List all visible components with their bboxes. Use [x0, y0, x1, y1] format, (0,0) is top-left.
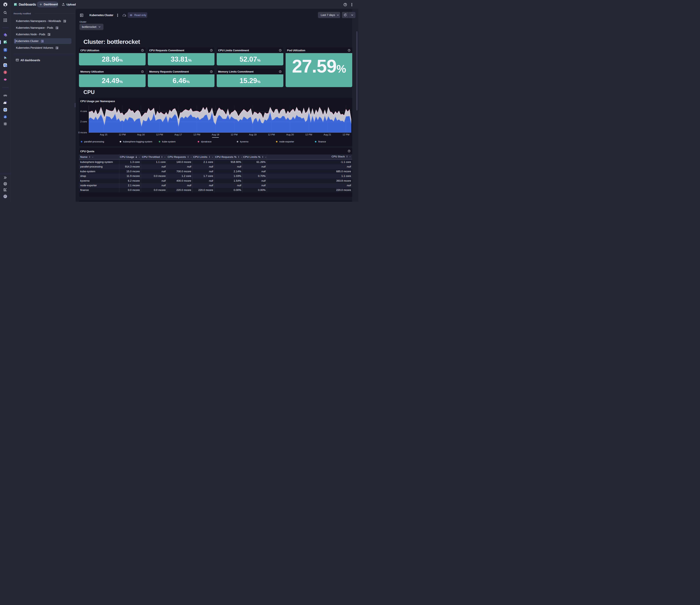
svg-text:NEW: NEW — [5, 66, 7, 67]
